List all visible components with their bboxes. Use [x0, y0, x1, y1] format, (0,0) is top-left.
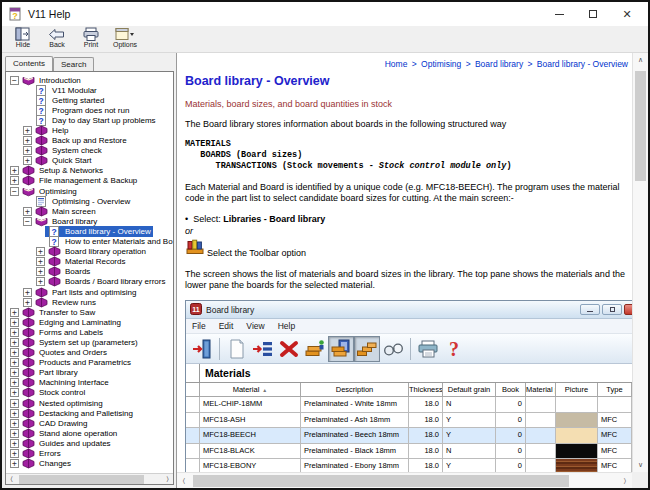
- scrollbar-thumb[interactable]: [635, 71, 646, 181]
- tree-item-machining-interface[interactable]: +Machining Interface: [6, 378, 173, 388]
- expand-icon[interactable]: +: [23, 126, 32, 135]
- topic-horizontal-scrollbar[interactable]: 〈 〉: [177, 472, 632, 488]
- print-button[interactable]: Print: [74, 26, 108, 52]
- scrollbar-thumb[interactable]: [19, 475, 144, 484]
- expand-icon[interactable]: +: [23, 146, 32, 155]
- expand-icon[interactable]: +: [23, 136, 32, 145]
- collapse-icon[interactable]: −: [23, 217, 32, 226]
- print-icon: [82, 27, 100, 41]
- expand-icon[interactable]: +: [10, 449, 19, 458]
- breadcrumb-link[interactable]: Home: [385, 59, 408, 69]
- tree-item-main-screen[interactable]: +Main screen: [6, 206, 173, 216]
- scroll-right-icon[interactable]: 〉: [162, 475, 173, 483]
- expand-icon[interactable]: +: [23, 298, 32, 307]
- scroll-left-icon[interactable]: 〈: [6, 475, 17, 483]
- tree-item-part-library[interactable]: +Part library: [6, 368, 173, 378]
- tree-item-program-does-not-run[interactable]: ?Program does not run: [6, 105, 173, 115]
- expand-icon[interactable]: +: [10, 176, 19, 185]
- tree-item-review-runs[interactable]: +Review runs: [6, 297, 173, 307]
- tree-item-stand-alone-operation[interactable]: +Stand alone operation: [6, 428, 173, 438]
- tree-item-board-library[interactable]: −Board library: [6, 216, 173, 226]
- collapse-icon[interactable]: −: [10, 76, 19, 85]
- expand-icon[interactable]: +: [10, 409, 19, 418]
- tree-item-edging-and-laminating[interactable]: +Edging and Laminating: [6, 317, 173, 327]
- expand-icon[interactable]: +: [10, 368, 19, 377]
- expand-icon[interactable]: +: [10, 439, 19, 448]
- tree-item-destacking-and-palletising[interactable]: +Destacking and Palletising: [6, 408, 173, 418]
- cell-material-p: [526, 413, 556, 429]
- tree-item-optimising-overview[interactable]: Optimising - Overview: [6, 196, 173, 206]
- tree-item-forms-and-labels[interactable]: +Forms and Labels: [6, 327, 173, 337]
- tree-item-products-and-parametrics[interactable]: +Products and Parametrics: [6, 358, 173, 368]
- tree-item-getting-started[interactable]: ?Getting started: [6, 95, 173, 105]
- tree-item-transfer-to-saw[interactable]: +Transfer to Saw: [6, 307, 173, 317]
- scroll-up-icon[interactable]: ∧: [638, 53, 643, 67]
- scrollbar-thumb[interactable]: [193, 475, 569, 487]
- scroll-right-icon[interactable]: 〉: [618, 477, 632, 485]
- expand-icon[interactable]: +: [23, 288, 32, 297]
- hide-button[interactable]: Hide: [6, 26, 40, 52]
- tree-item-help[interactable]: +Help: [6, 125, 173, 135]
- scroll-down-icon[interactable]: ∨: [638, 458, 643, 472]
- tree-item-setup-networks[interactable]: +Setup & Networks: [6, 166, 173, 176]
- tree-item-changes[interactable]: +Changes: [6, 459, 173, 469]
- expand-icon[interactable]: +: [10, 429, 19, 438]
- maximize-button[interactable]: [576, 3, 610, 25]
- scroll-left-icon[interactable]: 〈: [177, 477, 191, 485]
- expand-icon[interactable]: +: [10, 318, 19, 327]
- tab-contents[interactable]: Contents: [5, 56, 53, 71]
- topic-vertical-scrollbar[interactable]: ∧ ∨: [632, 53, 648, 472]
- expand-icon[interactable]: +: [10, 358, 19, 367]
- expand-icon[interactable]: +: [10, 328, 19, 337]
- tree-item-stock-control[interactable]: +Stock control: [6, 388, 173, 398]
- options-button[interactable]: Options: [108, 26, 142, 52]
- expand-icon[interactable]: +: [36, 257, 45, 266]
- expand-icon[interactable]: +: [23, 156, 32, 165]
- row-selector-cell: [186, 459, 200, 472]
- tree-item-guides-and-updates[interactable]: +Guides and updates: [6, 438, 173, 448]
- tree-item-part-lists-and-optimising[interactable]: +Part lists and optimising: [6, 287, 173, 297]
- tree-item-system-set-up-parameters[interactable]: +System set up (parameters): [6, 337, 173, 347]
- tree-item-how-to-enter-materials-and-bo[interactable]: ?How to enter Materials and Bo: [6, 237, 173, 247]
- tree-item-nested-optimising[interactable]: +Nested optimising: [6, 398, 173, 408]
- collapse-icon[interactable]: −: [10, 187, 19, 196]
- tree-item-cad-drawing[interactable]: +CAD Drawing: [6, 418, 173, 428]
- tree-item-boards[interactable]: +Boards: [6, 267, 173, 277]
- expand-icon[interactable]: +: [36, 247, 45, 256]
- expand-icon[interactable]: +: [10, 459, 19, 468]
- tree-item-day-to-day-start-up-problems[interactable]: ?Day to day Start up problems: [6, 115, 173, 125]
- expand-icon[interactable]: +: [10, 419, 19, 428]
- tree-item-quotes-and-orders[interactable]: +Quotes and Orders: [6, 348, 173, 358]
- back-button[interactable]: Back: [40, 26, 74, 52]
- expand-icon[interactable]: +: [10, 166, 19, 175]
- expand-icon[interactable]: +: [10, 388, 19, 397]
- tree-horizontal-scrollbar[interactable]: 〈 〉: [6, 473, 173, 484]
- expand-icon[interactable]: +: [10, 399, 19, 408]
- tree-item-material-records[interactable]: +Material Records: [6, 257, 173, 267]
- tree-item-back-up-and-restore[interactable]: +Back up and Restore: [6, 136, 173, 146]
- expand-icon[interactable]: +: [10, 308, 19, 317]
- breadcrumb-link[interactable]: Optimising: [421, 59, 461, 69]
- tree-item-board-library-overview[interactable]: ?Board library - Overview: [6, 226, 173, 236]
- tree-item-optimising[interactable]: −Optimising: [6, 186, 173, 196]
- breadcrumb-link[interactable]: Board library - Overview: [537, 59, 628, 69]
- tab-search[interactable]: Search: [53, 57, 94, 71]
- expand-icon[interactable]: +: [10, 338, 19, 347]
- expand-icon[interactable]: +: [36, 267, 45, 276]
- tree-item-quick-start[interactable]: +Quick Start: [6, 156, 173, 166]
- tree-item-errors[interactable]: +Errors: [6, 448, 173, 458]
- tree-item-board-library-operation[interactable]: +Board library operation: [6, 247, 173, 257]
- tree-item-boards-board-library-errors[interactable]: +Boards / Board library errors: [6, 277, 173, 287]
- close-button[interactable]: ✕: [610, 3, 644, 25]
- expand-icon[interactable]: +: [10, 348, 19, 357]
- expand-icon[interactable]: +: [23, 207, 32, 216]
- material-swatch: [556, 428, 597, 443]
- tree-item-introduction[interactable]: −Introduction: [6, 75, 173, 85]
- tree-item-file-management-backup[interactable]: +File management & Backup: [6, 176, 173, 186]
- tree-item-v11-modular[interactable]: ?V11 Modular: [6, 85, 173, 95]
- minimize-button[interactable]: [542, 3, 576, 25]
- expand-icon[interactable]: +: [10, 378, 19, 387]
- tree-item-system-check[interactable]: +System check: [6, 146, 173, 156]
- breadcrumb-link[interactable]: Board library: [475, 59, 523, 69]
- expand-icon[interactable]: +: [36, 277, 45, 286]
